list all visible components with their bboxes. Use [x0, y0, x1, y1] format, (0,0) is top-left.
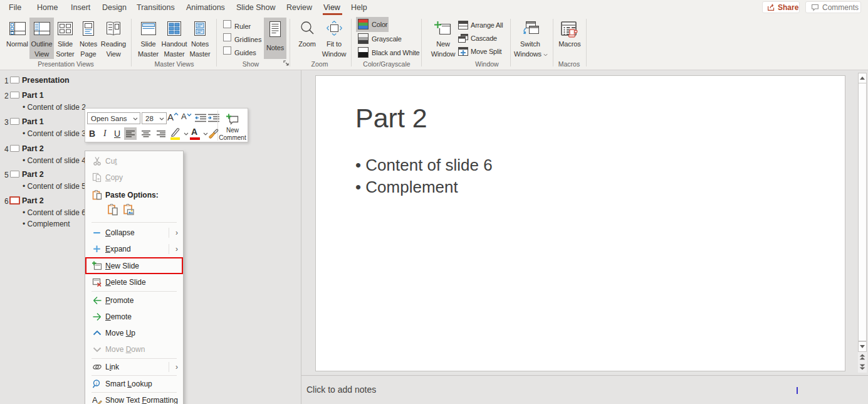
svg-text:A: A — [92, 395, 98, 404]
svg-text:i: i — [96, 381, 97, 386]
